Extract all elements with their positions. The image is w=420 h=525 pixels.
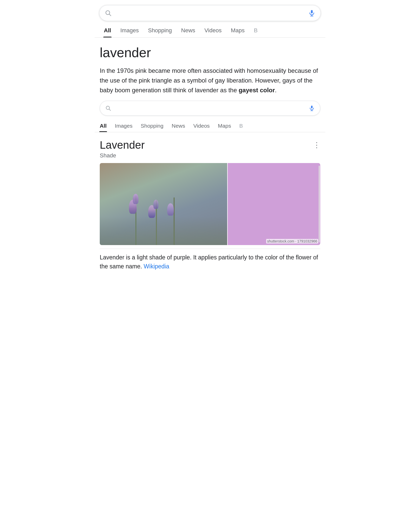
inner-tab-news[interactable]: News xyxy=(167,120,189,132)
kp-photo-left[interactable] xyxy=(100,163,227,245)
inner-search-input[interactable]: lavender (color) xyxy=(115,105,305,112)
search-icon xyxy=(105,9,112,17)
inner-tab-more[interactable]: B xyxy=(235,120,247,132)
tab-images[interactable]: Images xyxy=(116,24,143,37)
inner-tab-videos[interactable]: Videos xyxy=(189,120,214,132)
svg-rect-7 xyxy=(311,106,313,108)
inner-search-bar[interactable]: lavender (color) xyxy=(100,101,320,116)
wikipedia-link[interactable]: Wikipedia xyxy=(144,263,169,270)
inner-search-bar-wrap: lavender (color) xyxy=(100,101,320,116)
top-tabs: All Images Shopping News Videos Maps B xyxy=(95,24,325,38)
tab-shopping[interactable]: Shopping xyxy=(143,24,176,37)
kp-image-row: shutterstock.com · 1791032966 xyxy=(100,163,320,245)
svg-line-1 xyxy=(109,14,111,16)
snippet-answer: lavender xyxy=(100,45,320,60)
kp-title: Lavender xyxy=(100,139,145,151)
inner-tabs: All Images Shopping News Videos Maps B xyxy=(95,120,325,132)
svg-line-6 xyxy=(109,109,111,110)
tab-news[interactable]: News xyxy=(176,24,200,37)
kp-description: Lavender is a light shade of purple. It … xyxy=(95,249,325,276)
inner-tab-all[interactable]: All xyxy=(96,120,111,132)
kp-subtitle: Shade xyxy=(100,152,320,159)
top-search-bar-wrap: what is the gayest color xyxy=(95,0,325,24)
top-search-bar[interactable]: what is the gayest color xyxy=(99,5,321,21)
kp-header: Lavender ⋮ xyxy=(100,139,320,151)
kp-color-swatch[interactable]: shutterstock.com · 1791032966 xyxy=(228,163,320,245)
tab-videos[interactable]: Videos xyxy=(200,24,226,37)
snippet-text: In the 1970s pink became more often asso… xyxy=(100,66,320,95)
tab-all[interactable]: All xyxy=(99,24,116,37)
lavender-swatch xyxy=(228,163,320,245)
inner-tab-images[interactable]: Images xyxy=(111,120,137,132)
more-options-icon[interactable]: ⋮ xyxy=(313,142,320,149)
svg-rect-2 xyxy=(311,10,313,13)
featured-snippet: lavender In the 1970s pink became more o… xyxy=(95,38,325,120)
inner-tab-shopping[interactable]: Shopping xyxy=(137,120,168,132)
tab-maps[interactable]: Maps xyxy=(226,24,249,37)
microphone-icon[interactable] xyxy=(308,9,315,17)
kp-image-source: shutterstock.com · 1791032966 xyxy=(266,239,318,244)
inner-tab-maps[interactable]: Maps xyxy=(214,120,235,132)
top-search-input[interactable]: what is the gayest color xyxy=(115,9,305,17)
knowledge-panel: Lavender ⋮ Shade shutterstock.com · 1791… xyxy=(95,134,325,249)
scroll-bar xyxy=(319,166,320,243)
tab-more[interactable]: B xyxy=(249,24,262,37)
inner-search-icon xyxy=(105,105,111,111)
inner-microphone-icon[interactable] xyxy=(309,105,315,111)
